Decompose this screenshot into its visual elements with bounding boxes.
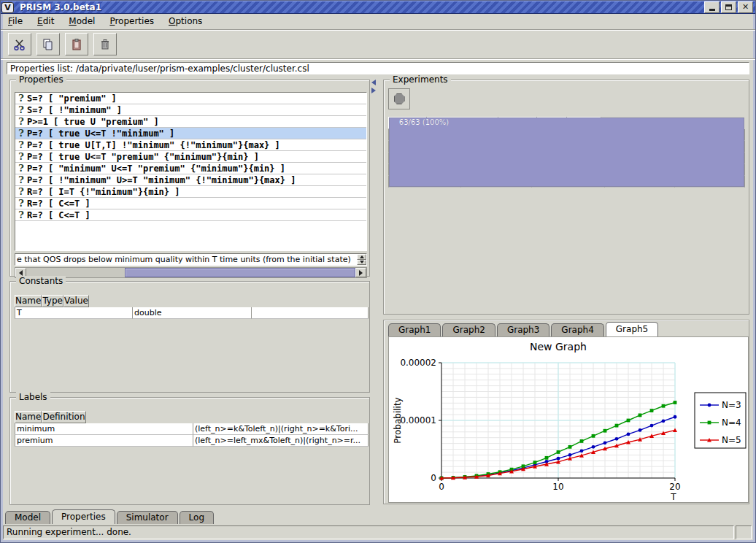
column-header[interactable]: Value (63, 295, 89, 307)
experiment-progress: 63/63 (100%) 63/63 (100%) (532, 176, 605, 188)
experiments-panel-title: Experiments (390, 74, 451, 85)
menu-item[interactable]: File (1, 15, 30, 28)
title-bar[interactable]: V PRISM 3.0.beta1 ✕ (1, 1, 755, 14)
stop-experiment-button[interactable] (388, 88, 410, 109)
experiment-row[interactable]: P=? [ true U<... N=3:1:5,T=0... 63/63 (1… (388, 176, 745, 188)
paste-button[interactable] (65, 33, 88, 55)
labels-panel: Labels NameDefinition minimum (left_n>=k… (9, 397, 370, 505)
label-definition: (left_n>=k&Toleft_n)|(right_n>=k&Tori... (193, 423, 369, 435)
constants-panel: Constants NameTypeValue T double (9, 281, 370, 393)
question-mark-icon: ? (15, 186, 27, 197)
menu-item[interactable]: Properties (102, 15, 161, 28)
label-name: premium (15, 435, 193, 447)
comment-horizontal-scrollbar[interactable] (15, 267, 367, 278)
column-header[interactable]: Name (15, 411, 42, 423)
collapse-left-icon[interactable] (371, 80, 376, 85)
svg-text:N=5: N=5 (722, 435, 741, 445)
labels-table-header: NameDefinition (15, 411, 369, 423)
svg-text:0.00001: 0.00001 (400, 415, 436, 425)
graph-tab[interactable]: Graph3 (497, 323, 549, 336)
table-row[interactable]: premium (left_n>=left_mx&Toleft_n)|(righ… (15, 435, 369, 447)
constants-table-header: NameTypeValue (15, 295, 369, 307)
constants-table-body: T double (15, 307, 369, 319)
property-row[interactable]: ? P=? [ true U[T,T] !"minimum" {!"minimu… (15, 139, 366, 151)
property-formula: S=? [ "premium" ] (27, 93, 117, 104)
question-mark-icon: ? (15, 139, 27, 150)
question-mark-icon: ? (15, 209, 27, 220)
main-tab[interactable]: Log (180, 511, 214, 524)
property-row[interactable]: ? P=? [ true U<=T !"minimum" ] (15, 128, 366, 139)
property-row[interactable]: ? R=? [ I=T {!"minimum"}{min} ] (15, 186, 366, 198)
property-row[interactable]: ? P=? [ true U<=T "premium" {"minimum"}{… (15, 151, 366, 163)
main-tab[interactable]: Model (5, 511, 50, 524)
property-row[interactable]: ? P=? [ "minimum" U<=T "premium" {"minim… (15, 163, 366, 174)
spinner-up-button[interactable] (357, 254, 366, 260)
property-formula: R=? [ I=T {!"minimum"}{min} ] (27, 187, 180, 197)
property-row[interactable]: ? P=? [ !"minimum" U>=T "minimum" {!"min… (15, 174, 366, 186)
window-menu-icon[interactable]: V (1, 2, 14, 13)
close-icon: ✕ (742, 4, 749, 11)
up-arrow-icon (360, 255, 364, 258)
property-formula: P=? [ "minimum" U<=T "premium" {"minimum… (27, 163, 285, 174)
copy-button[interactable] (36, 33, 60, 55)
graph-tab-bar: Graph1Graph2Graph3Graph4Graph5 (388, 323, 660, 336)
property-row[interactable]: ? R=? [ C<=T ] (15, 209, 366, 221)
labels-panel-title: Labels (16, 392, 50, 402)
label-definition: (left_n>=left_mx&Toleft_n)|(right_n>=r..… (193, 435, 369, 447)
main-tab[interactable]: Properties (52, 509, 115, 524)
property-formula: P>=1 [ true U "premium" ] (27, 117, 159, 127)
delete-button[interactable] (93, 33, 117, 55)
graph-tab[interactable]: Graph1 (388, 323, 441, 336)
line-chart: 0102000.000010.00002New GraphTProbabilit… (389, 337, 748, 501)
column-header[interactable]: Type (42, 295, 63, 307)
svg-text:T: T (670, 492, 676, 501)
main-tab[interactable]: Simulator (117, 511, 178, 524)
graph-tab[interactable]: Graph4 (551, 323, 603, 336)
menu-bar: File Edit Model Properties Options (1, 14, 755, 30)
experiments-table: PropertyDefined Const...ProgressStatusMe… (388, 117, 745, 188)
constants-panel-title: Constants (16, 276, 66, 286)
maximize-icon (725, 4, 732, 10)
maximize-button[interactable] (721, 1, 736, 13)
menu-item[interactable]: Edit (30, 15, 61, 28)
column-header[interactable]: Definition (42, 411, 85, 423)
question-mark-icon: ? (15, 128, 27, 139)
scrollbar-thumb[interactable] (125, 268, 355, 277)
comment-spinner (357, 254, 366, 265)
graph-tab[interactable]: Graph2 (442, 323, 495, 336)
property-row[interactable]: ? S=? [ "premium" ] (15, 93, 366, 104)
properties-panel-title: Properties (16, 74, 66, 85)
down-arrow-icon (360, 261, 364, 263)
minimize-icon (709, 9, 715, 11)
experiments-panel: Experiments PropertyDefined Const...Prog… (383, 80, 749, 315)
table-row[interactable]: minimum (left_n>=k&Toleft_n)|(right_n>=k… (15, 423, 369, 435)
table-row[interactable]: T double (15, 307, 369, 319)
property-row[interactable]: ? S=? [ !"minimum" ] (15, 104, 366, 116)
property-row[interactable]: ? P>=1 [ true U "premium" ] (15, 116, 366, 128)
split-pane-divider[interactable] (370, 77, 379, 507)
progress-bar: 63/63 (100%) 63/63 (100%) (532, 176, 605, 187)
collapse-right-icon[interactable] (371, 88, 376, 93)
constant-value[interactable] (252, 307, 369, 319)
menu-item[interactable]: Options (161, 15, 209, 28)
right-arrow-icon (359, 270, 363, 276)
svg-text:0: 0 (439, 482, 444, 492)
scroll-right-button[interactable] (355, 268, 366, 277)
menu-item[interactable]: Model (61, 15, 102, 28)
property-comment-field[interactable]: e that QOS drops below minimum quality w… (15, 253, 367, 266)
labels-table: NameDefinition minimum (left_n>=k&Toleft… (15, 411, 369, 447)
column-header[interactable]: Name (15, 295, 42, 307)
status-bar: Running experiment... done. (3, 525, 734, 539)
graph-tab[interactable]: Graph5 (606, 322, 658, 336)
minimize-button[interactable] (704, 1, 720, 13)
spinner-down-button[interactable] (357, 260, 366, 266)
property-row[interactable]: ? R=? [ C<=T ] (15, 198, 366, 209)
cut-button[interactable] (8, 33, 31, 55)
property-formula: P=? [ true U<=T "premium" {"minimum"}{mi… (27, 152, 259, 162)
close-button[interactable]: ✕ (738, 1, 753, 13)
scrollbar-track[interactable] (26, 268, 355, 277)
graph-canvas[interactable]: 0102000.000010.00002New GraphTProbabilit… (388, 336, 749, 503)
question-mark-icon: ? (15, 163, 27, 174)
properties-list[interactable]: ? S=? [ "premium" ] ? S=? [ !"minimum" ]… (15, 92, 367, 251)
svg-text:N=4: N=4 (722, 417, 741, 428)
